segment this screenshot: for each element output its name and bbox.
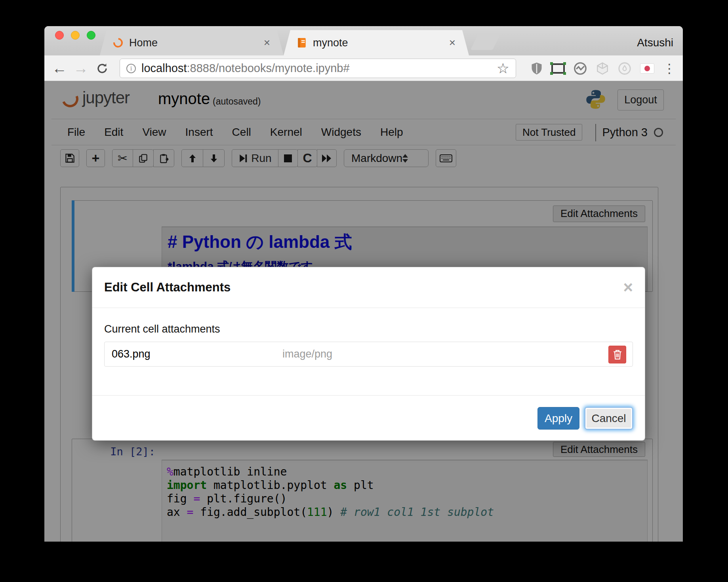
delete-attachment-button[interactable]: [608, 346, 626, 363]
url-host: localhost: [141, 62, 187, 74]
modal-header: Edit Cell Attachments ×: [92, 267, 645, 308]
apply-button[interactable]: Apply: [537, 407, 579, 430]
notebook-favicon-icon: [297, 38, 307, 48]
tab-home[interactable]: Home ×: [100, 30, 284, 55]
screenshot-canvas: Home × mynote × Atsushi ← → i localhost:…: [0, 0, 728, 582]
japan-flag-extension-icon[interactable]: [640, 63, 654, 74]
extensions-row: ⋮: [531, 55, 683, 81]
url-path: :8888/notebooks/mynote.ipynb#: [187, 62, 349, 74]
shield-extension-icon[interactable]: [531, 62, 543, 75]
modal-title: Edit Cell Attachments: [104, 280, 623, 295]
forward-icon[interactable]: →: [72, 55, 90, 81]
attachment-mime-type: image/png: [282, 348, 332, 360]
edit-cell-attachments-modal: Edit Cell Attachments × Current cell att…: [92, 267, 645, 441]
attachment-name: 063.png: [112, 348, 151, 360]
jupyter-favicon-icon: [111, 36, 125, 49]
attachment-row: 063.png image/png: [104, 342, 633, 367]
reload-icon[interactable]: [93, 55, 111, 81]
page-info-icon[interactable]: i: [126, 64, 136, 73]
browser-menu-icon[interactable]: ⋮: [663, 61, 676, 76]
minimize-window-button[interactable]: [71, 31, 80, 40]
url-bar[interactable]: i localhost:8888/notebooks/mynote.ipynb#…: [120, 59, 516, 78]
cancel-button[interactable]: Cancel: [585, 407, 633, 430]
tab-label: Home: [129, 37, 259, 49]
trash-icon: [613, 350, 622, 360]
wave-circle-extension-icon[interactable]: [574, 62, 587, 75]
modal-body: Current cell attachments 063.png image/p…: [92, 308, 645, 395]
close-tab-icon[interactable]: ×: [264, 36, 270, 49]
back-icon[interactable]: ←: [51, 55, 68, 81]
close-tab-icon[interactable]: ×: [449, 36, 455, 49]
screenshot-extension-icon[interactable]: [551, 63, 565, 74]
tab-label: mynote: [313, 37, 444, 49]
new-tab-button[interactable]: [471, 33, 501, 50]
modal-close-icon[interactable]: ×: [623, 279, 633, 296]
attachments-section-label: Current cell attachments: [104, 308, 633, 335]
close-window-button[interactable]: [55, 31, 64, 40]
droplet-circle-extension-icon[interactable]: [618, 62, 631, 75]
browser-titlebar: Home × mynote × Atsushi: [44, 26, 683, 55]
url-text: localhost:8888/notebooks/mynote.ipynb#: [141, 62, 493, 75]
browser-user-name: Atsushi: [637, 36, 673, 49]
modal-footer: Apply Cancel: [92, 395, 645, 441]
browser-toolbar: ← → i localhost:8888/notebooks/mynote.ip…: [44, 55, 683, 81]
zoom-window-button[interactable]: [87, 31, 95, 40]
bookmark-star-icon[interactable]: ☆: [497, 60, 509, 77]
tab-mynote[interactable]: mynote ×: [284, 30, 469, 55]
cube-extension-icon[interactable]: [596, 62, 609, 75]
browser-window: Home × mynote × Atsushi ← → i localhost:…: [44, 26, 683, 542]
